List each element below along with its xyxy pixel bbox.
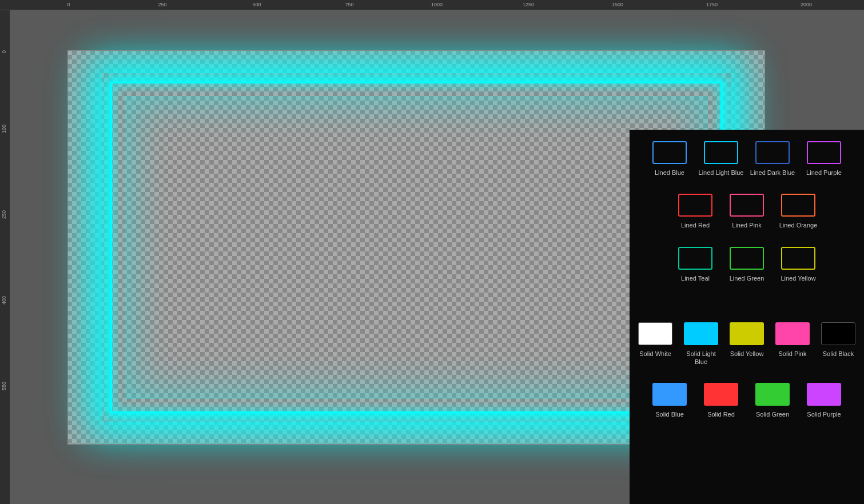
swatch-label-lined-green: Lined Green [730, 274, 765, 282]
swatch-solid-red[interactable]: Solid Red [698, 383, 744, 418]
swatch-solid-blue[interactable]: Solid Blue [647, 383, 692, 418]
swatch-lined-red[interactable]: Lined Red [672, 194, 718, 229]
ruler-left: 0 100 250 400 550 [0, 10, 10, 504]
swatch-label-solid-purple: Solid Purple [807, 410, 841, 418]
swatch-box-solid-light-blue [684, 322, 718, 345]
swatch-label-lined-purple: Lined Purple [806, 169, 842, 177]
swatch-box-solid-blue [652, 383, 687, 406]
swatch-lined-blue[interactable]: Lined Blue [647, 141, 692, 177]
swatch-label-solid-green: Solid Green [756, 410, 789, 418]
swatch-lined-light-blue[interactable]: Lined Light Blue [698, 141, 744, 177]
swatch-box-solid-yellow [730, 322, 764, 345]
swatch-lined-pink[interactable]: Lined Pink [724, 194, 770, 229]
swatch-lined-green[interactable]: Lined Green [724, 247, 770, 282]
swatch-label-lined-dark-blue: Lined Dark Blue [750, 169, 795, 177]
swatch-box-lined-purple [807, 141, 841, 164]
swatch-label-lined-blue: Lined Blue [655, 169, 684, 177]
lined-reds-row: Lined Red Lined Pink Lined Orange [635, 194, 858, 229]
swatch-box-lined-dark-blue [755, 141, 790, 164]
swatch-lined-purple[interactable]: Lined Purple [801, 141, 847, 177]
swatch-box-solid-red [704, 383, 738, 406]
swatch-box-solid-purple [807, 383, 841, 406]
swatch-lined-yellow[interactable]: Lined Yellow [775, 247, 821, 282]
swatch-solid-black[interactable]: Solid Black [818, 322, 858, 366]
lined-blues-row: Lined Blue Lined Light Blue Lined Dark B… [635, 141, 858, 177]
swatch-box-solid-pink [775, 322, 810, 345]
swatch-label-lined-red: Lined Red [681, 221, 710, 229]
swatch-solid-light-blue[interactable]: Solid Light Blue [681, 322, 721, 366]
swatch-label-solid-red: Solid Red [707, 410, 735, 418]
swatch-box-lined-pink [730, 194, 764, 217]
swatch-label-solid-blue: Solid Blue [655, 410, 684, 418]
lined-greens-row: Lined Teal Lined Green Lined Yellow [635, 247, 858, 282]
swatch-label-lined-orange: Lined Orange [779, 221, 818, 229]
swatch-label-lined-pink: Lined Pink [732, 221, 761, 229]
swatch-box-lined-orange [781, 194, 815, 217]
solid-row-1: Solid White Solid Light Blue Solid Yello… [635, 322, 858, 366]
swatch-box-lined-green [730, 247, 764, 270]
swatch-label-solid-black: Solid Black [823, 350, 854, 358]
solid-row-2: Solid Blue Solid Red Solid Green Solid P… [635, 383, 858, 418]
swatch-solid-green[interactable]: Solid Green [750, 383, 795, 418]
swatch-label-solid-light-blue: Solid Light Blue [681, 350, 721, 366]
ruler-top: 0 250 500 750 1000 1250 1500 1750 2000 [0, 0, 864, 10]
swatch-solid-white[interactable]: Solid White [635, 322, 675, 366]
swatch-label-solid-white: Solid White [639, 350, 671, 358]
swatch-solid-pink[interactable]: Solid Pink [773, 322, 813, 366]
swatch-box-solid-green [755, 383, 790, 406]
swatch-lined-teal[interactable]: Lined Teal [672, 247, 718, 282]
swatch-lined-orange[interactable]: Lined Orange [775, 194, 821, 229]
selector-panel: Lined Blue Lined Light Blue Lined Dark B… [630, 130, 864, 504]
swatch-box-solid-black [821, 322, 855, 345]
swatch-label-solid-pink: Solid Pink [779, 350, 807, 358]
swatch-box-lined-teal [678, 247, 712, 270]
swatch-solid-yellow[interactable]: Solid Yellow [727, 322, 767, 366]
swatch-box-lined-yellow [781, 247, 815, 270]
swatch-label-solid-yellow: Solid Yellow [730, 350, 764, 358]
swatch-box-lined-blue [652, 141, 687, 164]
swatch-solid-purple[interactable]: Solid Purple [801, 383, 847, 418]
swatch-label-lined-teal: Lined Teal [681, 274, 710, 282]
swatch-label-lined-light-blue: Lined Light Blue [699, 169, 744, 177]
swatch-box-solid-white [638, 322, 672, 345]
spacer-1 [635, 299, 858, 322]
swatch-box-lined-light-blue [704, 141, 738, 164]
swatch-box-lined-red [678, 194, 712, 217]
swatch-label-lined-yellow: Lined Yellow [781, 274, 815, 282]
swatch-lined-dark-blue[interactable]: Lined Dark Blue [750, 141, 795, 177]
